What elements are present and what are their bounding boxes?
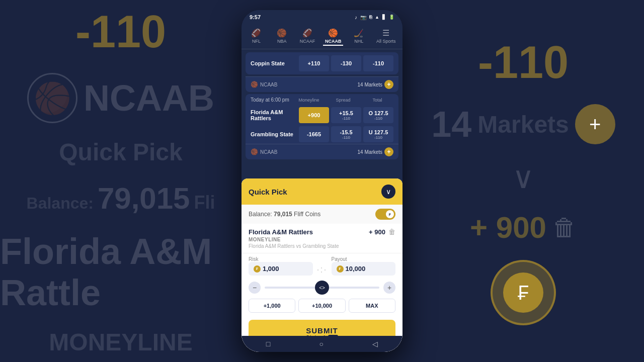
delete-bet-btn[interactable]: 🗑: [388, 228, 395, 236]
nba-label: NBA: [277, 39, 287, 44]
markets-plus-icon-2: +: [384, 147, 393, 156]
league-name-1: NCAAB: [260, 82, 277, 87]
nba-icon: 🏀: [277, 28, 287, 38]
tab-ncaaf[interactable]: 🏈 NCAAF: [297, 27, 317, 46]
balance-label-text: Balance:: [249, 211, 272, 218]
risk-label: Risk: [249, 256, 313, 262]
game-footer-1: 🏀 NCAAB 14 Markets +: [246, 144, 398, 159]
team2-ml-value: -1665: [307, 131, 321, 137]
quick-amt-1000[interactable]: +1,000: [249, 299, 295, 313]
instagram-icon: 📷: [360, 15, 366, 20]
league-name-2: NCAAB: [260, 149, 277, 155]
team2-ml-cell[interactable]: -1665: [299, 126, 329, 142]
quick-amt-max[interactable]: MAX: [349, 299, 395, 313]
balance-currency: Fliff Coins: [294, 211, 320, 218]
team2-total-cell[interactable]: U 127.5 -110: [363, 126, 393, 142]
col-total: Total: [361, 98, 393, 103]
all-sports-icon: ☰: [382, 28, 389, 38]
nfl-icon: 🏈: [251, 28, 261, 38]
team1-total-cell[interactable]: O 127.5 -110: [363, 107, 393, 123]
stepper-plus-btn[interactable]: +: [383, 282, 395, 294]
risk-input[interactable]: ₣ 1,000: [249, 262, 313, 276]
quick-pick-header: Quick Pick ∨: [242, 178, 403, 205]
team1-total-sub: -110: [374, 116, 382, 121]
team1-row: Florida A&M Rattlers +900 +15.5 -110 O 1…: [246, 106, 398, 125]
bet-team-name: Florida A&M Rattlers: [249, 228, 313, 236]
quick-amt-10000[interactable]: +10,000: [298, 299, 345, 313]
bg-coin-icon: ₣: [503, 273, 543, 313]
bg-quick-pick-left: Quick Pick: [59, 138, 182, 166]
tab-nfl[interactable]: 🏈 NFL: [246, 27, 266, 46]
coppin-odds: +110 -130 -110: [299, 55, 393, 71]
team2-spread-cell[interactable]: -15.5 -110: [331, 126, 361, 142]
col-moneyline: Moneyline: [293, 98, 325, 103]
stepper-minus-btn[interactable]: −: [249, 282, 261, 294]
bg-odds-right2: + 900: [470, 210, 546, 245]
coppin-spread-value: -130: [341, 60, 352, 66]
league-info-1: 🏀 NCAAB: [251, 81, 277, 88]
bg-ncaab-label-left: NCAAB: [84, 77, 214, 119]
bg-moneyline-label: MONEYLINE: [49, 328, 192, 356]
bg-team-label: Florida A&M Rattle: [0, 231, 242, 313]
phone-frame: 9:57 ♪ 📷 ⎘ ▲ ▋ 🔋 🏈 NFL 🏀 NBA 🏈 NCA: [242, 10, 403, 352]
coppin-spread-cell[interactable]: -130: [331, 55, 361, 71]
team1-name: Florida A&M Rattlers: [251, 109, 299, 121]
payout-label: Payout: [332, 256, 396, 262]
team1-spread-cell[interactable]: +15.5 -110: [331, 107, 361, 123]
coin-toggle-dot: ₣: [386, 210, 394, 218]
ncaaf-label: NCAAF: [300, 39, 315, 44]
tab-ncaab[interactable]: 🏀 NCAAB: [323, 27, 344, 46]
bg-delete-icon: 🗑: [552, 214, 577, 241]
team2-odds: -1665 -15.5 -110 U 127.5 -110: [299, 126, 393, 142]
bg-odds-right: -110: [478, 37, 569, 88]
markets-btn-1[interactable]: 14 Markets +: [358, 80, 393, 89]
game-card-1: Today at 6:00 pm Moneyline Spread Total …: [246, 94, 398, 159]
chevron-down-icon: ∨: [386, 188, 391, 196]
nav-back-btn[interactable]: ◁: [372, 340, 378, 348]
system-nav-bar: □ ○ ◁: [242, 336, 403, 352]
status-time: 9:57: [250, 14, 261, 20]
bg-ncaab-icon-left: 🏀: [27, 73, 77, 123]
tab-all-sports[interactable]: ☰ All Sports: [374, 27, 398, 46]
bg-odds-left: -110: [75, 6, 166, 58]
wifi-icon: ▲: [375, 15, 379, 20]
bg-chevron-icon: ∨: [512, 160, 534, 195]
risk-coin-icon: ₣: [254, 265, 261, 273]
tab-nhl[interactable]: 🏒 NHL: [349, 27, 369, 46]
nav-tabs: 🏈 NFL 🏀 NBA 🏈 NCAAF 🏀 NCAAB 🏒 NHL ☰ A: [242, 24, 403, 49]
signal-icon: ▋: [382, 15, 386, 20]
ncaab-label: NCAAB: [325, 39, 342, 44]
payout-display: ₣ 10,000: [332, 262, 396, 276]
coppin-game-footer: 🏀 NCAAB 14 Markets +: [246, 76, 398, 92]
all-sports-label: All Sports: [376, 39, 396, 44]
bluetooth-icon: ⎘: [369, 15, 372, 20]
quick-amounts: +1,000 +10,000 MAX: [242, 297, 403, 317]
col-headers-1: Moneyline Spread Total: [293, 98, 393, 103]
stepper-center-btn[interactable]: <>: [315, 281, 329, 295]
league-icon-1: 🏀: [251, 81, 258, 88]
markets-btn-2[interactable]: 14 Markets +: [358, 147, 393, 156]
tab-nba[interactable]: 🏀 NBA: [272, 27, 292, 46]
nav-square-btn[interactable]: □: [266, 340, 270, 348]
bet-odds-value: + 900: [369, 228, 385, 236]
game-time-1: Today at 6:00 pm: [251, 97, 289, 103]
league-info-2: 🏀 NCAAB: [251, 148, 277, 155]
team1-ml-cell[interactable]: +900: [299, 107, 329, 123]
nhl-label: NHL: [354, 39, 363, 44]
quick-pick-title: Quick Pick: [249, 188, 287, 196]
coppin-total-cell[interactable]: -110: [363, 55, 393, 71]
quick-pick-panel: Quick Pick ∨ Balance: 79,015 Fliff Coins…: [242, 178, 403, 352]
nav-circle-btn[interactable]: ○: [319, 340, 323, 348]
balance-row: Balance: 79,015 Fliff Coins ₣: [242, 205, 403, 224]
battery-icon: 🔋: [389, 15, 394, 20]
bg-plus-icon: +: [575, 104, 615, 144]
coppin-team-name: Coppin State: [251, 60, 299, 66]
quick-pick-collapse-btn[interactable]: ∨: [381, 185, 395, 199]
coppin-state-row: Coppin State +110 -130 -110: [246, 52, 398, 74]
nfl-label: NFL: [252, 39, 261, 44]
risk-amount: 1,000: [263, 265, 279, 273]
coppin-ml-cell[interactable]: +110: [299, 55, 329, 71]
tiktok-icon: ♪: [355, 15, 357, 20]
coin-toggle[interactable]: ₣: [375, 209, 395, 220]
bg-fliff-label: Fli: [194, 192, 215, 213]
